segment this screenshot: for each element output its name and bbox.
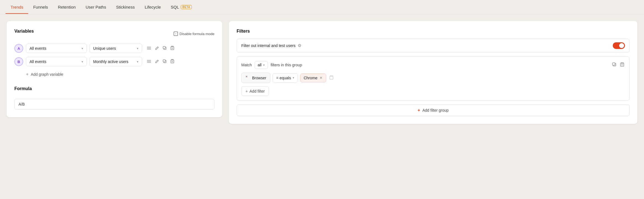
nav-item-user-paths[interactable]: User Paths: [81, 1, 111, 14]
nav-item-funnels[interactable]: Funnels: [28, 1, 53, 14]
copy-icon[interactable]: [162, 45, 167, 52]
add-filter-group-button[interactable]: + Add filter group: [237, 104, 630, 116]
filters-in-group-label: filters in this group: [271, 63, 302, 67]
filter-rows-icon[interactable]: [146, 45, 152, 52]
row-actions-a: [146, 45, 175, 52]
events-dropdown-b[interactable]: All events ▾: [26, 57, 87, 66]
browser-icon: [245, 75, 250, 80]
equals-dropdown[interactable]: = equals ▾: [273, 73, 298, 83]
toggle-knob: [619, 43, 624, 48]
variables-panel: Variables f Disable formula mode A All e…: [7, 21, 222, 117]
browser-property-button[interactable]: Browser: [241, 73, 270, 83]
chevron-down-icon: ▾: [137, 47, 138, 50]
metric-dropdown-b[interactable]: Monthly active users ▾: [90, 57, 142, 66]
delete-group-icon[interactable]: [619, 61, 625, 69]
chevron-down-icon: ▾: [82, 47, 83, 50]
svg-text:f: f: [175, 33, 176, 35]
svg-rect-6: [163, 46, 165, 49]
filter-group-header: Match all ▾ filters in this group: [241, 61, 625, 69]
variables-header: Variables f Disable formula mode: [14, 29, 214, 39]
filters-title: Filters: [237, 29, 630, 34]
formula-section: Formula: [14, 86, 214, 109]
variable-badge-a: A: [14, 44, 23, 53]
svg-rect-32: [330, 76, 333, 79]
main-content: Variables f Disable formula mode A All e…: [0, 14, 644, 130]
delete-icon[interactable]: [170, 45, 175, 52]
svg-rect-18: [171, 60, 174, 63]
variable-badge-b: B: [14, 57, 23, 66]
match-label: Match: [241, 63, 252, 67]
formula-title: Formula: [14, 86, 214, 91]
internal-filter-toggle[interactable]: [613, 42, 625, 49]
row-actions-b: [146, 58, 175, 65]
variable-row-b: B All events ▾ Monthly active users ▾: [14, 57, 214, 66]
formula-icon: f: [174, 32, 178, 36]
copy-icon[interactable]: [162, 59, 167, 65]
top-nav: Trends Funnels Retention User Paths Stic…: [0, 0, 644, 14]
events-dropdown-a[interactable]: All events ▾: [26, 44, 87, 53]
svg-rect-26: [621, 63, 624, 66]
internal-filter-label: Filter out internal and test users ⚙: [241, 43, 301, 48]
chevron-down-icon: ▾: [82, 60, 83, 64]
nav-item-lifecycle[interactable]: Lifecycle: [140, 1, 166, 14]
formula-input[interactable]: [14, 99, 214, 109]
match-dropdown[interactable]: all ▾: [255, 61, 268, 69]
svg-rect-17: [163, 60, 165, 62]
chevron-down-icon: ▾: [263, 63, 265, 67]
add-variable-button[interactable]: + Add graph variable: [14, 70, 63, 78]
plus-icon: +: [245, 89, 248, 93]
chevron-down-icon: ▾: [293, 76, 294, 80]
plus-icon: +: [26, 72, 28, 77]
nav-item-stickiness[interactable]: Stickiness: [111, 1, 140, 14]
filter-rows-icon[interactable]: [146, 59, 152, 65]
filter-group: Match all ▾ filters in this group: [237, 56, 630, 101]
gear-icon[interactable]: ⚙: [298, 43, 301, 48]
variables-title: Variables: [14, 29, 34, 34]
variable-row-a: A All events ▾ Unique users ▾: [14, 44, 214, 53]
condition-delete-icon[interactable]: [329, 75, 333, 81]
svg-rect-25: [612, 63, 615, 65]
svg-rect-7: [171, 47, 174, 50]
add-filter-button[interactable]: + Add filter: [241, 86, 269, 96]
delete-icon[interactable]: [170, 58, 175, 65]
edit-icon[interactable]: [154, 45, 160, 52]
plus-orange-icon: +: [418, 108, 420, 113]
disable-formula-button[interactable]: f Disable formula mode: [174, 32, 214, 36]
internal-filter-row: Filter out internal and test users ⚙: [237, 39, 630, 53]
chevron-down-icon: ▾: [137, 60, 138, 64]
filters-panel: Filters Filter out internal and test use…: [229, 21, 637, 124]
filter-condition-row: Browser = equals ▾ Chrome ✕: [241, 73, 625, 83]
nav-item-sql[interactable]: SQL BETA: [166, 1, 197, 14]
metric-dropdown-a[interactable]: Unique users ▾: [90, 44, 142, 53]
filter-group-actions: [611, 61, 625, 69]
copy-group-icon[interactable]: [611, 61, 617, 69]
nav-item-retention[interactable]: Retention: [53, 1, 81, 14]
beta-badge: BETA: [181, 5, 192, 9]
edit-icon[interactable]: [154, 59, 160, 65]
nav-item-trends[interactable]: Trends: [6, 1, 28, 14]
chrome-value-tag: Chrome ✕: [300, 74, 326, 82]
chrome-close-icon[interactable]: ✕: [320, 76, 323, 80]
